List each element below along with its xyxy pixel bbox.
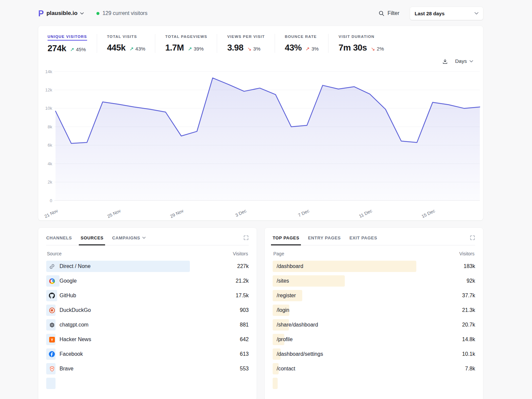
visitors-value: 20.7k — [462, 322, 475, 328]
page-path[interactable]: /share/dashboard — [277, 322, 318, 328]
chevron-down-icon — [142, 237, 146, 239]
column-page: Page — [273, 251, 284, 256]
brave-icon — [49, 366, 55, 372]
table-row[interactable]: /dashboard/settings10.1k — [273, 347, 475, 361]
source-name[interactable]: GitHub — [60, 293, 76, 299]
duckduckgo-icon — [49, 307, 55, 313]
source-name[interactable]: chatgpt.com — [60, 322, 88, 328]
trend-arrow-icon: ↗ — [188, 46, 192, 52]
table-row[interactable]: /contact7.8k — [273, 361, 475, 376]
stat-visit-duration[interactable]: VISIT DURATION 7m 30s↘2% — [338, 33, 394, 58]
pages-columns: Page Visitors — [273, 251, 474, 256]
interval-value: Days — [455, 58, 467, 64]
svg-text:14k: 14k — [45, 69, 52, 74]
facebook-icon — [49, 351, 55, 357]
table-row[interactable]: GitHub17.5k — [46, 288, 249, 303]
trend-arrow-icon: ↗ — [70, 47, 74, 53]
live-dot-icon — [96, 12, 99, 15]
stat-unique-visitors[interactable]: UNIQUE VISITORS 274k↗45% — [48, 33, 97, 58]
visitors-area-chart[interactable]: 02k4k6k8k10k12k14k21 Nov25 Nov29 Nov3 De… — [44, 67, 480, 217]
filter-button[interactable]: Filter — [379, 10, 399, 16]
github-icon — [49, 293, 55, 299]
source-name[interactable]: Google — [60, 278, 77, 284]
page-path[interactable]: /dashboard — [277, 263, 303, 269]
svg-text:6k: 6k — [48, 143, 52, 148]
svg-text:3 Dec: 3 Dec — [234, 208, 247, 218]
svg-text:25 Nov: 25 Nov — [106, 208, 121, 219]
table-row[interactable]: /share/dashboard20.7k — [273, 318, 475, 332]
table-row[interactable]: DuckDuckGo903 — [46, 303, 249, 318]
visitors-value: 37.7k — [462, 293, 475, 299]
svg-text:12k: 12k — [45, 87, 52, 92]
download-icon[interactable] — [442, 59, 448, 64]
tab-exit-pages[interactable]: EXIT PAGES — [349, 235, 377, 240]
tab-entry-pages[interactable]: ENTRY PAGES — [308, 235, 341, 240]
visitors-value: 903 — [240, 307, 249, 313]
expand-icon[interactable] — [470, 235, 475, 240]
interval-selector[interactable]: Days — [455, 58, 473, 64]
visitors-card: UNIQUE VISITORS 274k↗45% TOTAL VISITS 44… — [38, 26, 483, 220]
visitors-value: 613 — [240, 351, 249, 357]
visitors-value: 17.5k — [236, 293, 249, 299]
trend-arrow-icon: ↘ — [371, 46, 375, 52]
visitors-value: 553 — [240, 366, 249, 372]
trend-arrow-icon: ↘ — [247, 46, 252, 52]
visitors-value: 183k — [464, 263, 475, 269]
visitors-value: 21.2k — [236, 278, 249, 284]
svg-text:29 Nov: 29 Nov — [169, 208, 184, 219]
page-path[interactable]: /register — [277, 293, 296, 299]
tab-campaigns[interactable]: CAMPAIGNS — [112, 235, 145, 240]
page-path[interactable]: /profile — [277, 336, 293, 342]
expand-icon[interactable] — [243, 235, 249, 240]
source-name[interactable]: Direct / None — [60, 263, 90, 269]
chevron-down-icon — [474, 12, 478, 15]
table-row[interactable]: /login21.3k — [273, 303, 475, 318]
visitors-value: 10.1k — [462, 351, 475, 357]
table-row[interactable]: YHacker News642 — [46, 332, 249, 347]
sources-panel: CHANNELS SOURCES CAMPAIGNS Source Visito… — [38, 228, 257, 399]
stats-row: UNIQUE VISITORS 274k↗45% TOTAL VISITS 44… — [38, 26, 483, 58]
tab-top-pages[interactable]: TOP PAGES — [273, 235, 299, 240]
table-row[interactable]: Facebook613 — [46, 347, 249, 361]
table-row[interactable]: Google21.2k — [46, 274, 249, 288]
stat-total-pageviews[interactable]: TOTAL PAGEVIEWS 1.7M↗39% — [165, 33, 217, 58]
column-visitors: Visitors — [459, 251, 474, 256]
source-name[interactable]: DuckDuckGo — [60, 307, 91, 313]
sources-columns: Source Visitors — [47, 251, 248, 256]
page-path[interactable]: /dashboard/settings — [277, 351, 323, 357]
stat-bounce-rate[interactable]: BOUNCE RATE 43%↗3% — [285, 33, 329, 58]
tab-channels[interactable]: CHANNELS — [46, 235, 72, 240]
table-row[interactable]: Direct / None227k — [46, 259, 249, 274]
plausible-logo-icon: P — [38, 9, 44, 18]
svg-text:11 Dec: 11 Dec — [358, 208, 373, 219]
pages-tabs: TOP PAGES ENTRY PAGES EXIT PAGES — [273, 235, 475, 245]
table-row[interactable]: chatgpt.com881 — [46, 318, 249, 332]
table-row[interactable]: /sites92k — [273, 274, 475, 288]
page-path[interactable]: /login — [277, 307, 289, 313]
svg-text:15 Dec: 15 Dec — [421, 208, 436, 219]
chevron-down-icon[interactable] — [80, 12, 84, 15]
table-row[interactable]: /register37.7k — [273, 288, 475, 303]
svg-text:10k: 10k — [45, 106, 52, 111]
source-name[interactable]: Brave — [60, 366, 73, 372]
source-name[interactable]: Hacker News — [60, 336, 91, 342]
table-row[interactable]: /profile14.8k — [273, 332, 475, 347]
visitors-value: 227k — [237, 263, 249, 269]
visitors-value: 642 — [240, 336, 249, 342]
current-visitors-label: 129 current visitors — [102, 10, 147, 16]
tab-sources[interactable]: SOURCES — [80, 235, 103, 240]
stat-total-visits[interactable]: TOTAL VISITS 445k↗43% — [107, 33, 155, 58]
visitors-value: 21.3k — [462, 307, 475, 313]
page-path[interactable]: /sites — [277, 278, 289, 284]
table-row[interactable]: /dashboard183k — [273, 259, 475, 274]
source-name[interactable]: Facebook — [60, 351, 83, 357]
site-name[interactable]: plausible.io — [47, 10, 78, 17]
stat-views-per-visit[interactable]: VIEWS PER VISIT 3.98↘3% — [227, 33, 275, 58]
date-range-selector[interactable]: Last 28 days — [410, 7, 483, 20]
page-path[interactable]: /contact — [277, 366, 295, 372]
table-row[interactable]: Brave553 — [46, 361, 249, 376]
hackernews-icon: Y — [49, 336, 55, 342]
svg-text:7 Dec: 7 Dec — [297, 208, 310, 218]
filter-label: Filter — [387, 10, 399, 16]
current-visitors[interactable]: 129 current visitors — [96, 10, 147, 16]
